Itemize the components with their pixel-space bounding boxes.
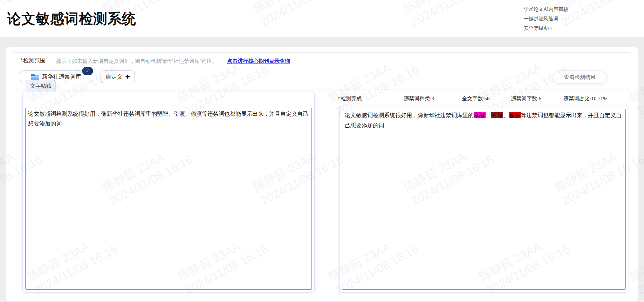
core-journal-query-link[interactable]: 点击进行核心期刊目录查询 bbox=[227, 58, 290, 65]
stat-banned-ratio: 违禁词占比:10.71% bbox=[563, 95, 607, 102]
view-results-button[interactable]: 查看检测结果 bbox=[553, 71, 607, 84]
custom-words-button[interactable]: 自定义 ✚ bbox=[101, 71, 135, 83]
highlighted-banned-word: 弱智 bbox=[474, 112, 486, 118]
plus-icon: ✚ bbox=[125, 74, 130, 80]
custom-words-label: 自定义 bbox=[106, 73, 123, 81]
selected-check-icon: ✓ bbox=[82, 67, 93, 75]
tab-text-paste[interactable]: 文字粘贴 bbox=[26, 80, 56, 92]
feature-item-filter: 一键过滤风险词 bbox=[524, 14, 615, 24]
detection-result-box[interactable]: 论文敏感词检测系统很好用，像新华社违禁词库里的弱智、引渡、偷渡等违禁词也都能显示… bbox=[342, 109, 626, 290]
feature-item-ai-review: 学术论文AI内容审核 bbox=[524, 5, 615, 14]
feature-list: 学术论文AI内容审核 一键过滤风险词 安全等级A++ bbox=[524, 5, 615, 33]
detection-status: *检测完成 bbox=[337, 95, 362, 102]
required-asterisk: * bbox=[20, 58, 22, 63]
highlighted-banned-word: 引渡 bbox=[491, 112, 503, 118]
text-input-panel: 文字粘贴 bbox=[22, 92, 315, 293]
detection-scope-label: *检测范围 bbox=[20, 57, 46, 65]
feature-item-security: 安全等级A++ bbox=[524, 24, 615, 33]
source-text-input[interactable] bbox=[25, 108, 312, 290]
status-asterisk: * bbox=[337, 96, 340, 101]
detection-result-panel: 论文敏感词检测系统很好用，像新华社违禁词库里的弱智、引渡、偷渡等违禁词也都能显示… bbox=[339, 106, 628, 293]
scope-hint-text: 提示：如未输入新增自定义词汇，则自动检测“新华社违禁词库”词语。 bbox=[56, 58, 217, 65]
stat-banned-word-types: 违禁词种类:3 bbox=[404, 95, 434, 102]
stat-total-characters: 全文字数:56 bbox=[462, 95, 489, 102]
header-bar: 论文敏感词检测系统 学术论文AI内容审核 一键过滤风险词 安全等级A++ bbox=[0, 0, 644, 37]
page-title: 论文敏感词检测系统 bbox=[7, 9, 136, 28]
highlighted-banned-word: 偷渡 bbox=[509, 112, 521, 118]
stat-banned-characters: 违禁词字数:6 bbox=[511, 95, 541, 102]
folder-icon bbox=[31, 74, 39, 80]
